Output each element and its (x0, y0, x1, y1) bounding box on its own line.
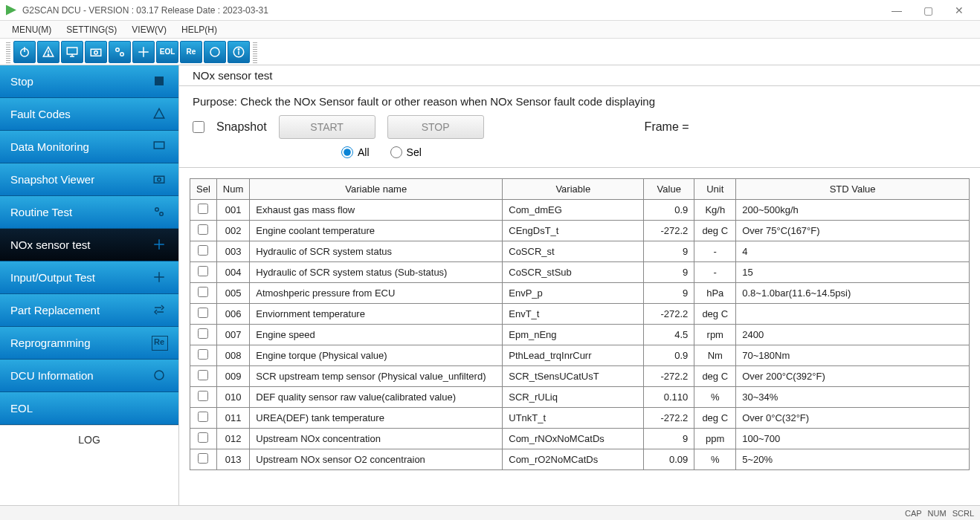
table-row[interactable]: 004 Hydraulic of SCR system status (Sub-… (190, 262, 970, 283)
radio-all[interactable] (341, 146, 353, 158)
sidebar-item-dcu-information[interactable]: DCU Information (0, 360, 178, 392)
eol-icon[interactable]: EOL (156, 41, 178, 63)
row-checkbox[interactable] (198, 245, 208, 256)
snapshot-checkbox[interactable] (193, 121, 204, 133)
cell-num: 002 (216, 221, 249, 241)
table-row[interactable]: 012 Upstream NOx concentration Com_rNOxN… (190, 429, 970, 449)
row-checkbox[interactable] (198, 224, 208, 235)
warning-icon[interactable] (37, 41, 59, 63)
filter-radios: All Sel (341, 146, 967, 158)
row-checkbox[interactable] (198, 328, 208, 339)
table-row[interactable]: 008 Engine torque (Physical value) PthLe… (190, 345, 970, 366)
statusbar: CAP NUM SCRL (0, 505, 980, 520)
minimize-button[interactable]: — (882, 1, 912, 19)
table-row[interactable]: 013 Upstream NOx sensor O2 concentraion … (190, 449, 970, 470)
table-row[interactable]: 002 Engine coolant temperature CEngDsT_t… (190, 221, 970, 241)
sidebar-item-part-replacement[interactable]: Part Replacement (0, 294, 178, 327)
re-icon[interactable]: Re (180, 41, 202, 63)
row-checkbox[interactable] (198, 412, 208, 422)
radio-sel[interactable] (390, 146, 402, 158)
th-vname[interactable]: Variable name (250, 179, 503, 200)
sidebar-item-label: Routine Test (10, 206, 72, 218)
titlebar: G2SCAN DCU - VERSION : 03.17 Release Dat… (0, 0, 980, 21)
row-checkbox[interactable] (198, 349, 208, 360)
table-row[interactable]: 003 Hydraulic of SCR system status CoSCR… (190, 241, 970, 262)
th-val[interactable]: Value (644, 179, 694, 200)
menu-item-help[interactable]: HELP(H) (175, 23, 223, 36)
row-checkbox[interactable] (198, 204, 208, 214)
ecu-icon (152, 368, 168, 383)
close-button[interactable]: ✕ (944, 1, 974, 19)
main-panel: NOx sensor test Purpose: Check the NOx S… (178, 65, 980, 505)
svg-rect-7 (91, 49, 101, 56)
row-checkbox[interactable] (198, 391, 208, 401)
row-checkbox[interactable] (198, 370, 208, 380)
maximize-button[interactable]: ▢ (913, 1, 943, 19)
sidebar-item-fault-codes[interactable]: Fault Codes (0, 98, 178, 131)
th-num[interactable]: Num (216, 179, 249, 200)
stop-icon (152, 74, 168, 89)
table-row[interactable]: 009 SCR upstream temp sensor (Physical v… (190, 366, 970, 387)
th-unit[interactable]: Unit (694, 179, 736, 200)
radio-sel-label[interactable]: Sel (390, 146, 422, 158)
cell-val: -272.2 (644, 304, 694, 325)
cell-std: Over 0°C(32°F) (736, 408, 970, 429)
page-title: NOx sensor test (179, 65, 980, 86)
info-icon[interactable] (228, 41, 250, 63)
arrows-icon[interactable] (132, 41, 155, 63)
start-button[interactable]: START (279, 115, 375, 139)
sidebar-item-reprogramming[interactable]: ReprogrammingRe (0, 327, 178, 360)
sidebar-item-log[interactable]: LOG (0, 425, 178, 453)
cell-vname: DEF quality sensor raw value(calibrated … (250, 387, 503, 408)
cell-unit: deg C (694, 221, 736, 241)
cell-std: Over 75°C(167°F) (736, 221, 970, 241)
row-checkbox[interactable] (198, 432, 208, 443)
cell-val: -272.2 (644, 408, 694, 429)
table-row[interactable]: 010 DEF quality sensor raw value(calibra… (190, 387, 970, 408)
th-std[interactable]: STD Value (736, 179, 970, 200)
sidebar-item-snapshot-viewer[interactable]: Snapshot Viewer (0, 163, 178, 196)
window-title: G2SCAN DCU - VERSION : 03.17 Release Dat… (22, 5, 882, 16)
sidebar-item-stop[interactable]: Stop (0, 65, 178, 98)
cell-vname: Enviornment temperature (250, 304, 503, 325)
sidebar-item-nox-sensor-test[interactable]: NOx sensor test (0, 229, 178, 261)
table-row[interactable]: 001 Exhaust gas mass flow Com_dmEG 0.9 K… (190, 200, 970, 221)
cell-var: Epm_nEng (503, 325, 644, 345)
row-checkbox[interactable] (198, 308, 208, 318)
menu-item-view[interactable]: VIEW(V) (126, 23, 173, 36)
table-wrap[interactable]: Sel Num Variable name Variable Value Uni… (179, 168, 980, 505)
table-row[interactable]: 007 Engine speed Epm_nEng 4.5 rpm 2400 (190, 325, 970, 345)
cell-vname: UREA(DEF) tank temperature (250, 408, 503, 429)
cell-vname: Exhaust gas mass flow (250, 200, 503, 221)
stop-button[interactable]: STOP (387, 115, 484, 139)
menu-item-setting[interactable]: SETTING(S) (60, 23, 123, 36)
ecu-icon[interactable] (204, 41, 226, 63)
camera-icon (152, 172, 168, 187)
sidebar-item-label: Part Replacement (10, 304, 100, 316)
row-checkbox[interactable] (198, 287, 208, 297)
sidebar-item-routine-test[interactable]: Routine Test (0, 196, 178, 229)
th-sel[interactable]: Sel (190, 179, 217, 200)
menu-item-menu[interactable]: MENU(M) (6, 23, 57, 36)
row-checkbox[interactable] (198, 453, 208, 464)
sidebar-item-label: NOx sensor test (10, 238, 91, 251)
table-row[interactable]: 011 UREA(DEF) tank temperature UTnkT_t -… (190, 408, 970, 429)
th-var[interactable]: Variable (503, 179, 644, 200)
svg-point-8 (94, 51, 98, 54)
cell-val: 0.9 (644, 345, 694, 366)
status-cap: CAP (905, 509, 922, 518)
table-row[interactable]: 006 Enviornment temperature EnvT_t -272.… (190, 304, 970, 325)
cell-std: 2400 (736, 325, 970, 345)
gears-icon[interactable] (109, 41, 131, 63)
cell-std: 30~34% (736, 387, 970, 408)
cell-var: Com_rO2NoMCatDs (503, 449, 644, 470)
row-checkbox[interactable] (198, 266, 208, 276)
camera-icon[interactable] (85, 41, 107, 63)
sidebar-item-input-output-test[interactable]: Input/Output Test (0, 261, 178, 294)
table-row[interactable]: 005 Atmoshperic pressure from ECU EnvP_p… (190, 283, 970, 304)
monitor-icon[interactable] (61, 41, 83, 63)
sidebar-item-data-monitoring[interactable]: Data Monitoring (0, 131, 178, 163)
sidebar-item-eol[interactable]: EOL (0, 392, 178, 425)
power-icon[interactable] (13, 41, 36, 63)
radio-all-label[interactable]: All (341, 146, 370, 158)
